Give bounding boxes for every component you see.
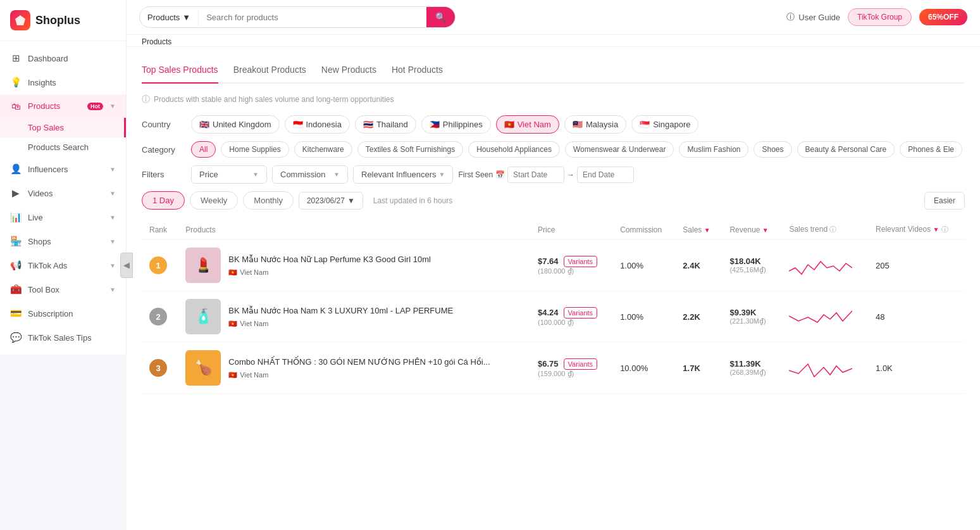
sidebar-label-influencers: Influencers xyxy=(28,165,103,174)
country-singapore[interactable]: 🇸🇬 Singapore xyxy=(631,115,698,134)
tiktok-group-button[interactable]: TikTok Group xyxy=(848,8,912,26)
sidebar-item-dashboard[interactable]: ⊞ Dashboard xyxy=(0,46,126,70)
time-btn-monthly[interactable]: Monthly xyxy=(243,191,294,210)
table-row: 1 💄 BK Mẫu Nước Hoa Nữ Lap Perfume K3 Go… xyxy=(142,240,965,291)
price-value-row: $7.64 Variants xyxy=(538,256,605,267)
first-seen-filter: First Seen 📅 → xyxy=(458,167,634,183)
cat-phones[interactable]: Phones & Ele xyxy=(900,141,962,158)
price-main: $7.64 xyxy=(538,256,559,266)
sidebar-item-live[interactable]: 📊 Live ▼ xyxy=(0,205,126,229)
product-name[interactable]: BK Mẫu Nước Hoa Nữ Lap Perfume K3 Good G… xyxy=(228,254,431,265)
country-indonesia[interactable]: 🇮🇩 Indonesia xyxy=(285,115,350,134)
sidebar-collapse-button[interactable]: ◀ xyxy=(120,253,133,278)
tab-new-products[interactable]: New Products xyxy=(321,60,376,84)
singapore-label: Singapore xyxy=(653,120,690,129)
table-row: 2 🧴 BK Mẫu Nước Hoa Nam K 3 LUXURY 10ml … xyxy=(142,291,965,343)
sidebar-item-tiktok-sales-tips[interactable]: 💬 TikTok Sales Tips xyxy=(0,325,126,350)
breadcrumb-products[interactable]: Products xyxy=(142,37,171,46)
live-icon: 📊 xyxy=(10,211,22,223)
time-btn-day[interactable]: 1 Day xyxy=(142,191,185,210)
sidebar-item-insights[interactable]: 💡 Insights xyxy=(0,70,126,94)
sales-value: 2.2K xyxy=(683,312,700,322)
product-thumbnail[interactable]: 🧴 xyxy=(185,299,221,334)
description-text: Products with stable and high sales volu… xyxy=(154,95,394,104)
top-sales-label: Top Sales xyxy=(28,123,64,132)
shops-chevron: ▼ xyxy=(109,238,116,245)
sidebar-item-tool-box[interactable]: 🧰 Tool Box ▼ xyxy=(0,277,126,301)
country-malaysia[interactable]: 🇲🇾 Malaysia xyxy=(564,115,626,134)
sidebar-label-insights: Insights xyxy=(28,78,116,87)
logo: Shoplus xyxy=(0,0,126,41)
product-thumbnail[interactable]: 🍗 xyxy=(185,350,221,386)
indonesia-flag: 🇮🇩 xyxy=(293,120,303,129)
variants-badge[interactable]: Variants xyxy=(564,307,598,319)
variants-badge[interactable]: Variants xyxy=(564,256,598,267)
thailand-label: Thailand xyxy=(376,120,408,129)
cat-womenswear[interactable]: Womenswear & Underwear xyxy=(565,141,674,158)
product-info-cell: 🧴 BK Mẫu Nước Hoa Nam K 3 LUXURY 10ml - … xyxy=(185,299,523,334)
cat-muslim-fashion[interactable]: Muslim Fashion xyxy=(679,141,748,158)
tab-breakout-products[interactable]: Breakout Products xyxy=(233,60,306,84)
country-uk[interactable]: 🇬🇧 United Kingdom xyxy=(191,115,280,134)
sidebar-item-products-search[interactable]: Products Search xyxy=(0,137,126,157)
filters-label: Filters xyxy=(142,170,186,179)
date-value: 2023/06/27 xyxy=(307,196,345,205)
country-vietnam[interactable]: 🇻🇳 Viet Nam xyxy=(496,115,559,134)
dashboard-icon: ⊞ xyxy=(10,53,22,64)
country-thailand[interactable]: 🇹🇭 Thailand xyxy=(355,115,416,134)
variants-badge[interactable]: Variants xyxy=(564,358,598,370)
tab-top-sales[interactable]: Top Sales Products xyxy=(142,60,218,84)
col-relevant-videos[interactable]: Relevant Videos ▼ ⓘ xyxy=(868,220,965,240)
cat-all[interactable]: All xyxy=(191,141,216,158)
sidebar-item-top-sales[interactable]: Top Sales xyxy=(0,118,126,137)
product-cell: 🍗 Combo NHẤT THỐNG : 30 GÓI NEM NƯỚNG PH… xyxy=(178,343,530,394)
easier-button[interactable]: Easier xyxy=(924,192,965,210)
end-date-input[interactable] xyxy=(577,167,634,183)
influencers-filter[interactable]: Relevant Influencers ▼ xyxy=(353,165,453,184)
product-thumbnail[interactable]: 💄 xyxy=(185,248,221,283)
price-cell: $6.75 Variants (159.000 ₫) xyxy=(530,343,612,394)
sales-value: 2.4K xyxy=(683,261,700,270)
search-type-dropdown[interactable]: Products ▼ xyxy=(140,9,199,26)
user-guide-link[interactable]: ⓘ User Guide xyxy=(786,11,840,23)
cat-shoes[interactable]: Shoes xyxy=(754,141,791,158)
product-name[interactable]: BK Mẫu Nước Hoa Nam K 3 LUXURY 10ml - LA… xyxy=(228,305,453,317)
start-date-input[interactable] xyxy=(507,167,564,183)
singapore-flag: 🇸🇬 xyxy=(640,120,650,129)
search-button[interactable]: 🔍 xyxy=(426,7,455,27)
discount-button[interactable]: 65%OFF xyxy=(919,9,967,25)
cat-beauty[interactable]: Beauty & Personal Care xyxy=(797,141,895,158)
country-philippines[interactable]: 🇵🇭 Philippines xyxy=(421,115,491,134)
rank-cell: 1 xyxy=(142,240,178,291)
price-filter[interactable]: Price ▼ xyxy=(191,165,267,184)
products-badge: Hot xyxy=(87,103,103,110)
price-main: $4.24 xyxy=(538,308,559,317)
sidebar-item-influencers[interactable]: 👤 Influencers ▼ xyxy=(0,157,126,181)
cat-kitchenware[interactable]: Kitchenware xyxy=(294,141,352,158)
sidebar-item-products[interactable]: 🛍 Products Hot ▼ xyxy=(0,94,126,118)
col-revenue[interactable]: Revenue ▼ xyxy=(722,220,781,240)
sidebar-item-shops[interactable]: 🏪 Shops ▼ xyxy=(0,229,126,253)
sidebar-item-videos[interactable]: ▶ Videos ▼ xyxy=(0,181,126,205)
product-name[interactable]: Combo NHẤT THỐNG : 30 GÓI NEM NƯỚNG PHÊN… xyxy=(228,356,490,368)
uk-flag: 🇬🇧 xyxy=(199,120,209,129)
commission-cell: 1.00% xyxy=(612,291,675,343)
price-filter-arrow: ▼ xyxy=(252,171,259,178)
product-details: BK Mẫu Nước Hoa Nam K 3 LUXURY 10ml - LA… xyxy=(228,305,453,327)
philippines-label: Philippines xyxy=(443,120,483,129)
tab-hot-products[interactable]: Hot Products xyxy=(392,60,443,84)
cat-textiles[interactable]: Textiles & Soft Furnishings xyxy=(357,141,463,158)
commission-filter[interactable]: Commission ▼ xyxy=(272,165,348,184)
time-btn-weekly[interactable]: Weekly xyxy=(190,191,238,210)
tool-box-icon: 🧰 xyxy=(10,284,22,295)
tiktok-sales-tips-icon: 💬 xyxy=(10,332,22,343)
products-chevron: ▼ xyxy=(109,103,116,110)
sidebar-item-tiktok-ads[interactable]: 📢 TikTok Ads ▼ xyxy=(0,253,126,277)
sidebar-item-subscription[interactable]: 💳 Subscription xyxy=(0,301,126,325)
col-sales[interactable]: Sales ▼ xyxy=(675,220,722,240)
search-input[interactable] xyxy=(199,9,426,26)
date-select-dropdown[interactable]: 2023/06/27 ▼ xyxy=(299,192,363,210)
cat-household[interactable]: Household Appliances xyxy=(468,141,560,158)
cat-home-supplies[interactable]: Home Supplies xyxy=(221,141,288,158)
sidebar-label-tiktok-sales-tips: TikTok Sales Tips xyxy=(28,333,116,343)
